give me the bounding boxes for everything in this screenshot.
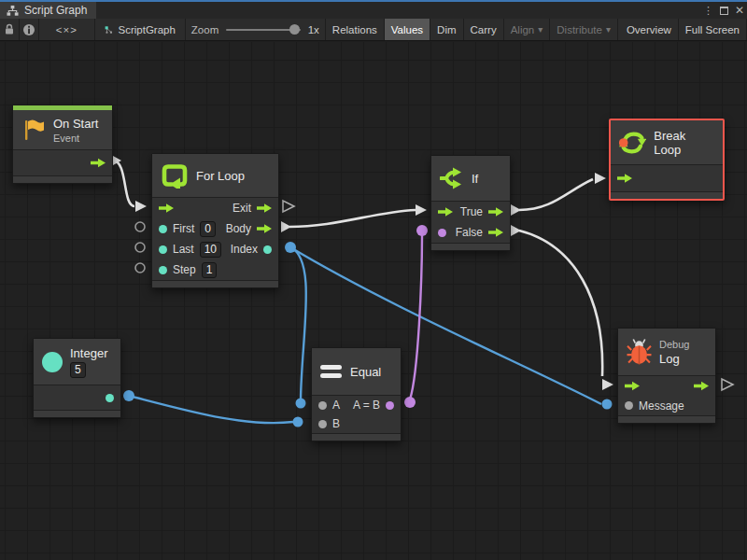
button-label: Distribute [557,24,602,35]
tab-title: Script Graph [24,4,87,17]
last-label: Last [173,243,194,256]
toolbar-button-fullscreen[interactable]: Full Screen [679,19,747,40]
inspect-button[interactable] [20,19,39,40]
message-in-port[interactable] [625,401,633,410]
node-on-start[interactable]: On Start Event [12,105,113,184]
button-label: Carry [471,24,497,35]
graph-name-breadcrumb[interactable]: ScriptGraph [95,19,186,40]
graph-name: ScriptGraph [118,24,175,35]
first-value-field[interactable]: 0 [200,221,216,237]
zoom-control: Zoom 1x [186,19,326,40]
row-false: False [431,222,510,243]
equals-icon [320,364,343,379]
window-more-icon[interactable]: ⋮ [703,5,713,17]
first-label: First [173,222,194,235]
node-integer[interactable]: Integer 5 [33,338,121,418]
row-b: B [312,414,401,433]
tab-script-graph[interactable]: Script Graph [0,2,96,19]
step-value-field[interactable]: 1 [202,262,218,278]
index-label: Index [231,243,258,256]
a-in-port[interactable] [318,401,327,410]
node-if[interactable]: If True False [430,155,511,251]
true-out-port[interactable] [488,207,503,217]
integer-type-icon [42,352,63,372]
flow-in-port[interactable] [438,207,453,217]
zoom-slider[interactable] [226,29,300,31]
zoom-label: Zoom [191,24,218,35]
body-out-port[interactable] [257,224,272,234]
node-title: On Start [53,117,98,131]
integer-value-field[interactable]: 5 [70,362,86,378]
node-title: Integer [70,346,107,360]
flow-in-port[interactable] [159,203,174,214]
row-a: A A = B [312,396,401,414]
toolbar-button-dim[interactable]: Dim [430,19,463,40]
bug-icon [627,338,652,366]
code-icon: <×> [56,24,78,35]
edit-source-button[interactable]: <×> [39,19,95,40]
row-step: Step 1 [152,259,278,280]
node-footer [611,191,723,199]
toolbar-button-distribute[interactable]: Distribute [550,19,618,40]
window-maximize-icon[interactable] [720,7,728,15]
node-title: Equal [350,365,381,379]
graph-toolbar: <×> ScriptGraph Zoom 1x Relations Values… [0,19,747,41]
window-close-icon[interactable]: ✕ [735,4,744,17]
step-in-port[interactable] [159,266,167,274]
button-label: Values [391,24,423,35]
toolbar-button-relations[interactable]: Relations [326,19,385,40]
node-category: Debug [659,339,689,350]
row-first-body: First 0 Body [152,218,278,239]
node-subtitle: Event [53,133,98,144]
flow-out-port[interactable] [694,381,709,391]
node-for-loop[interactable]: For Loop Exit First 0 Body Last 10 Index… [151,153,279,288]
last-in-port[interactable] [159,245,167,254]
result-out-port[interactable] [386,401,394,410]
button-label: Full Screen [685,24,740,35]
node-equal[interactable]: Equal A A = B B [311,347,402,441]
window-controls: ⋮ ✕ [703,2,744,19]
flag-icon [21,118,46,142]
row-message: Message [618,396,715,415]
last-value-field[interactable]: 10 [200,242,221,258]
exit-out-port[interactable] [257,203,272,214]
button-label: Overview [627,24,671,35]
node-debug-log[interactable]: Debug Log Message [617,328,716,424]
node-footer [34,410,120,417]
first-in-port[interactable] [159,225,167,233]
node-title: Break Loop [654,129,714,157]
a-label: A [332,399,340,412]
tab-strip: Script Graph [0,2,747,19]
toolbar-button-align[interactable]: Align [504,19,551,40]
false-out-port[interactable] [488,228,503,238]
toolbar-button-values[interactable]: Values [385,19,430,40]
row-flow-exit: Exit [152,198,278,218]
message-label: Message [639,399,684,413]
zoom-slider-handle[interactable] [289,24,300,35]
row-flow [618,376,715,396]
node-break-loop[interactable]: Break Loop [609,119,725,201]
zoom-value: 1x [308,24,319,35]
index-out-port[interactable] [263,245,272,254]
b-label: B [332,417,340,430]
loop-icon [161,162,189,189]
toolbar-button-carry[interactable]: Carry [464,19,504,40]
button-label: Dim [437,24,456,35]
toolbar-button-overview[interactable]: Overview [620,19,679,40]
body-label: Body [226,222,251,235]
value-out-port[interactable] [106,394,114,402]
result-label: A = B [353,399,380,412]
button-label: Relations [332,24,377,35]
false-label: False [456,226,483,239]
true-label: True [460,205,483,218]
condition-in-port[interactable] [438,229,446,237]
flow-in-port[interactable] [625,381,640,391]
flow-out-port[interactable] [91,158,106,168]
graph-tree-icon [7,5,19,17]
node-title: If [472,172,478,186]
lock-button[interactable] [0,19,20,40]
exit-label: Exit [233,202,251,215]
b-in-port[interactable] [318,420,327,428]
node-footer [312,433,401,441]
flow-in-port[interactable] [617,174,632,184]
